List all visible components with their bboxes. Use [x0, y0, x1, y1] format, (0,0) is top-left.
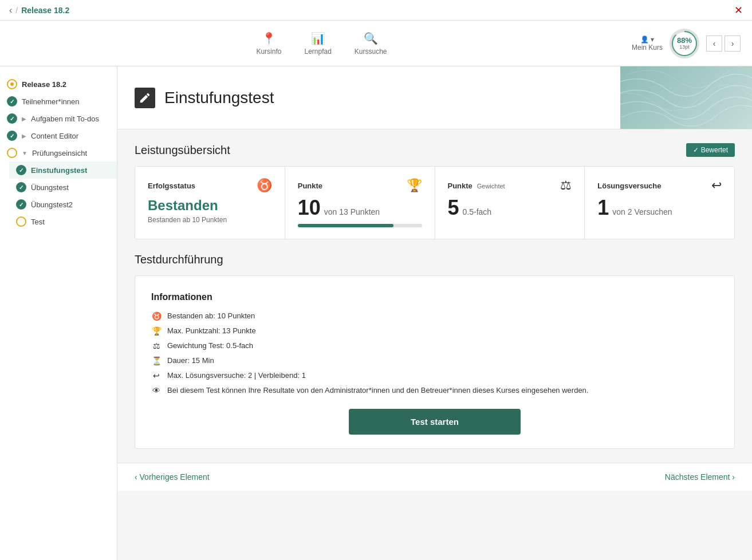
sidebar-item-aufgaben[interactable]: ▶ Aufgaben mit To-dos [0, 110, 117, 127]
sidebar-item-einstufungstest[interactable]: Einstufungstest [9, 161, 117, 179]
testdurchfuehrung-title: Testdurchführung [135, 253, 735, 266]
chevron-icon: ▼ [22, 150, 27, 156]
status-done-icon [16, 182, 26, 192]
info-row-versuche: ↩ Max. Lösungsversuche: 2 | Verbleibend:… [151, 371, 718, 380]
sidebar-item-teilnehmer[interactable]: Teilnehmer*innen [0, 93, 117, 110]
progress-pts: 13pt [679, 44, 690, 50]
sidebar-label-einstufungstest: Einstufungstest [31, 166, 87, 175]
status-done-icon [7, 96, 17, 107]
mein-kurs-button[interactable]: 👤 ▾ Mein Kurs [632, 36, 663, 52]
test-starten-button[interactable]: Test starten [349, 409, 521, 435]
back-button[interactable]: ‹ [9, 5, 12, 15]
bestanden-icon: ♉ [151, 311, 162, 321]
punkte-progress-fill [298, 224, 393, 227]
stat-card-punkte-gewichtet: Punkte Gewichtet ⚖ 5 0.5-fach [435, 167, 585, 239]
info-text-gewichtung: Gewichtung Test: 0.5-fach [167, 341, 253, 350]
status-pending-icon [7, 148, 17, 158]
stat-label-loesungsversuche: Lösungsversuche [597, 182, 661, 190]
lernpfad-icon: 📊 [311, 31, 325, 45]
sidebar-item-uebungstest2[interactable]: Übungstest2 [9, 196, 117, 213]
stat-label-erfolgsstatus: Erfolgsstatus [148, 182, 195, 190]
sidebar-label-pruefungseinsicht: Prüfungseinsicht [32, 149, 87, 157]
content-area: Einstufungstest Leistungsübersicht ✓ Bew… [117, 66, 752, 560]
kursinfo-icon: 📍 [262, 31, 276, 45]
main-layout: Release 18.2 Teilnehmer*innen ▶ Aufgaben… [0, 66, 752, 560]
sidebar-subitems: Einstufungstest Übungstest Übungstest2 T… [0, 161, 117, 230]
punkte-unit: von 13 Punkten [324, 207, 380, 216]
punkte-gew-value: 5 [448, 198, 459, 218]
info-box: Informationen ♉ Bestanden ab: 10 Punkten… [135, 275, 735, 449]
sidebar-item-content-editor[interactable]: ▶ Content Editor [0, 127, 117, 144]
kurssuche-icon: 🔍 [364, 31, 378, 45]
next-arrow[interactable]: › [725, 36, 741, 52]
hero-text: Einstufungstest [117, 66, 620, 129]
visibility-icon: 👁 [151, 386, 162, 395]
chevron-icon: ▶ [22, 116, 26, 122]
sidebar-label-content-editor: Content Editor [31, 132, 78, 140]
info-text-dauer: Dauer: 15 Min [167, 356, 214, 365]
hero-section: Einstufungstest [117, 66, 752, 129]
sidebar-label-aufgaben: Aufgaben mit To-dos [31, 115, 99, 123]
punkte-value: 10 [298, 198, 321, 218]
erfolgsstatus-icon: ♉ [257, 178, 272, 193]
gewichtung-icon: ⚖ [151, 341, 162, 350]
punkte-icon: 🏆 [407, 178, 422, 193]
sidebar-item-uebungstest[interactable]: Übungstest [9, 179, 117, 196]
pencil-icon [135, 88, 155, 108]
nav-kurssuche[interactable]: 🔍 Kurssuche [355, 31, 387, 56]
nav-lernpfad[interactable]: 📊 Lernpfad [304, 31, 331, 56]
progress-pct: 88% [677, 37, 692, 44]
sidebar-label-teilnehmer: Teilnehmer*innen [22, 97, 79, 106]
prev-element-link[interactable]: ‹ Vorheriges Element [135, 472, 210, 482]
status-pending-icon [16, 216, 26, 227]
nav-kursinfo[interactable]: 📍 Kursinfo [256, 31, 281, 56]
stat-bestanden-value: Bestanden [148, 198, 272, 214]
sidebar-label-test: Test [31, 218, 45, 226]
bewertet-badge: ✓ Bewertet [686, 143, 735, 157]
leistungsuebersicht-section: Leistungsübersicht ✓ Bewertet Erfolgssta… [117, 129, 752, 253]
punkte-icon: 🏆 [151, 326, 162, 336]
mein-kurs-icon: 👤 ▾ [640, 36, 654, 44]
stat-label-punkte: Punkte [298, 182, 322, 190]
hero-title: Einstufungstest [164, 89, 274, 107]
nav-right: 👤 ▾ Mein Kurs 88% 13pt ‹ › [632, 29, 741, 58]
status-done-icon [16, 199, 26, 210]
info-row-gewichtung: ⚖ Gewichtung Test: 0.5-fach [151, 341, 718, 350]
info-text-visibility: Bei diesem Test können Ihre Resultate vo… [167, 386, 588, 395]
sidebar-root: Release 18.2 [0, 73, 117, 93]
sidebar-item-test[interactable]: Test [9, 213, 117, 230]
root-status-icon [7, 79, 17, 89]
sidebar-label-uebungstest2: Übungstest2 [31, 200, 73, 209]
prev-arrow[interactable]: ‹ [706, 36, 722, 52]
sidebar: Release 18.2 Teilnehmer*innen ▶ Aufgaben… [0, 66, 117, 560]
course-title: Release 18.2 [21, 6, 69, 15]
stat-bestanden-sub: Bestanden ab 10 Punkten [148, 216, 272, 224]
stats-grid: Erfolgsstatus ♉ Bestanden Bestanden ab 1… [135, 166, 735, 239]
punkte-progress-bar [298, 224, 422, 227]
stat-label-punkte-gew: Punkte [448, 182, 473, 190]
sidebar-item-pruefungseinsicht[interactable]: ▼ Prüfungseinsicht [0, 144, 117, 161]
versuche-icon: ↩ [151, 371, 162, 380]
info-text-versuche: Max. Lösungsversuche: 2 | Verbleibend: 1 [167, 371, 306, 380]
info-row-bestanden: ♉ Bestanden ab: 10 Punkten [151, 311, 718, 321]
section-header: Leistungsübersicht ✓ Bewertet [135, 143, 735, 157]
lernpfad-label: Lernpfad [304, 48, 331, 56]
progress-circle: 88% 13pt [670, 29, 699, 58]
punkte-gew-unit: 0.5-fach [463, 207, 492, 216]
dauer-icon: ⏳ [151, 356, 162, 365]
stat-card-erfolgsstatus: Erfolgsstatus ♉ Bestanden Bestanden ab 1… [135, 167, 285, 239]
status-done-icon [7, 113, 17, 124]
top-bar: ‹ / Release 18.2 ✕ [0, 0, 752, 21]
info-row-visibility: 👁 Bei diesem Test können Ihre Resultate … [151, 386, 718, 395]
status-done-icon [7, 131, 17, 141]
info-row-dauer: ⏳ Dauer: 15 Min [151, 356, 718, 365]
hero-image [620, 66, 752, 129]
next-element-link[interactable]: Nächstes Element › [665, 472, 735, 482]
nav-arrows: ‹ › [706, 36, 741, 52]
separator: / [15, 6, 18, 15]
section-title: Leistungsübersicht [135, 144, 230, 157]
close-button[interactable]: ✕ [734, 4, 743, 17]
stat-card-loesungsversuche: Lösungsversuche ↩ 1 von 2 Versuchen [585, 167, 734, 239]
status-done-icon [16, 165, 26, 175]
loesungsversuche-value: 1 [597, 198, 609, 218]
